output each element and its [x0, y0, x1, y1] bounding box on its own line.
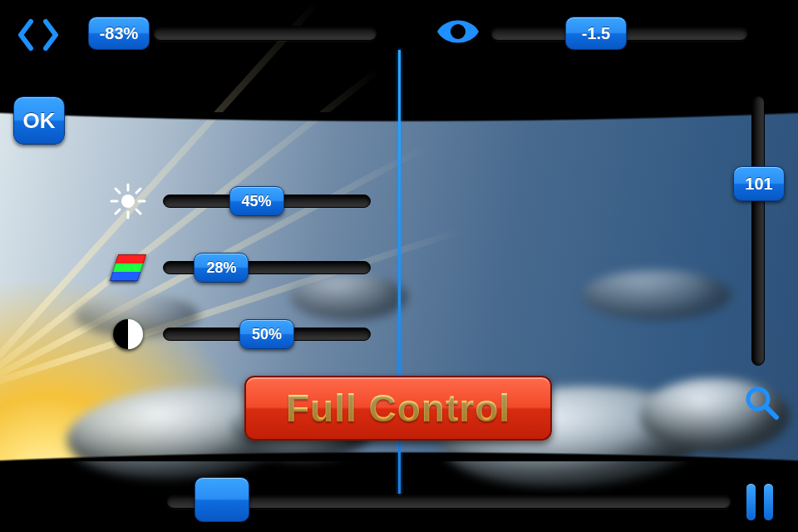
brightness-slider-track[interactable]: 45%: [163, 195, 371, 208]
contrast-icon: [108, 314, 148, 354]
exposure-value-badge[interactable]: -1.5: [565, 17, 627, 50]
contrast-row: 50%: [108, 314, 371, 354]
saturation-row: 28%: [108, 248, 371, 288]
svg-line-7: [136, 209, 140, 214]
svg-line-11: [766, 406, 776, 417]
svg-line-8: [136, 189, 140, 193]
ok-button[interactable]: OK: [13, 96, 65, 145]
full-control-banner: Full Control: [244, 376, 552, 441]
svg-point-0: [451, 24, 466, 39]
nudge-controls: [15, 18, 62, 52]
pause-icon: [764, 484, 773, 520]
brightness-slider-thumb[interactable]: 45%: [229, 186, 284, 216]
svg-line-9: [116, 209, 120, 214]
chevron-right-icon[interactable]: [40, 18, 62, 52]
pause-button[interactable]: [746, 484, 773, 520]
focal-slider-thumb[interactable]: 101: [733, 166, 785, 201]
contrast-slider-track[interactable]: 50%: [163, 328, 371, 341]
app-stage: -83% -1.5 OK: [0, 0, 798, 532]
ok-button-label: OK: [23, 108, 56, 134]
focal-slider-track[interactable]: [751, 96, 765, 366]
separation-value-badge[interactable]: -83%: [88, 17, 150, 50]
saturation-icon: [108, 248, 148, 288]
saturation-slider-thumb[interactable]: 28%: [194, 253, 249, 283]
brightness-row: 45%: [108, 181, 371, 221]
separation-value-label: -83%: [100, 24, 139, 43]
zoom-icon[interactable]: [743, 384, 780, 424]
brightness-icon: [108, 181, 148, 221]
brightness-value-label: 45%: [242, 193, 272, 210]
pause-icon: [746, 484, 756, 520]
contrast-slider-thumb[interactable]: 50%: [239, 319, 294, 349]
scrubber-thumb[interactable]: [195, 477, 249, 522]
chevron-left-icon[interactable]: [15, 18, 37, 52]
separation-slider-track[interactable]: [153, 26, 377, 41]
svg-point-1: [121, 195, 135, 208]
svg-line-6: [116, 189, 120, 193]
eye-icon[interactable]: [436, 15, 480, 52]
contrast-value-label: 50%: [252, 326, 282, 343]
scrubber-track[interactable]: [166, 494, 732, 509]
exposure-value-label: -1.5: [582, 24, 610, 43]
saturation-value-label: 28%: [206, 259, 236, 277]
banner-label: Full Control: [286, 386, 510, 431]
saturation-slider-track[interactable]: 28%: [163, 261, 371, 274]
focal-value-label: 101: [745, 175, 772, 194]
